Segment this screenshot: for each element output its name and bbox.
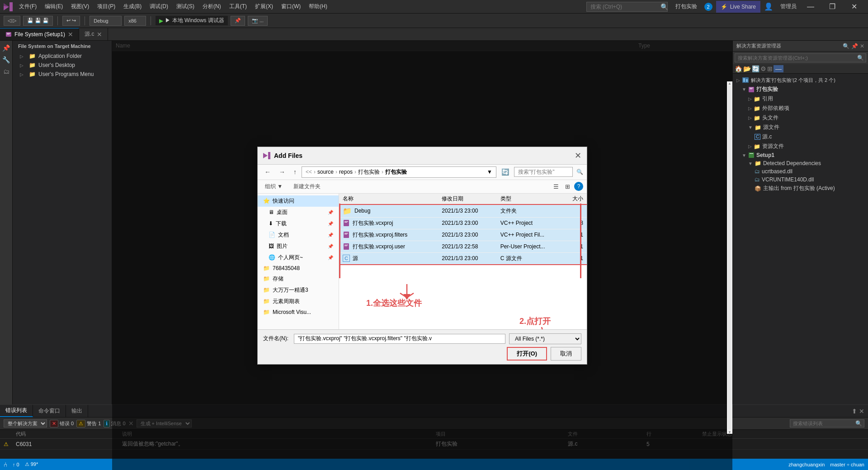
- dialog-back-button[interactable]: ←: [261, 167, 274, 177]
- dialog-close-button[interactable]: ✕: [575, 151, 581, 161]
- bottom-panel-float[interactable]: ⬆: [852, 408, 857, 415]
- tab-file-system[interactable]: File System (Setup1) ✕: [0, 28, 79, 40]
- minimize-button[interactable]: —: [800, 0, 821, 14]
- dialog-search-input[interactable]: [514, 167, 573, 177]
- sidebar-desktop[interactable]: 🖥 桌面 📌: [258, 207, 339, 218]
- vcruntime-dll[interactable]: 🗂 VCRUNTIME140D.dll: [733, 176, 868, 184]
- left-tool-2[interactable]: 🔧: [1, 54, 12, 65]
- sol-refresh-icon[interactable]: 🔄: [752, 65, 760, 72]
- menu-view[interactable]: 视图(V): [67, 2, 93, 11]
- admin-label[interactable]: 管理员: [777, 2, 800, 11]
- panel-pin-icon[interactable]: 📌: [851, 43, 858, 49]
- close-button[interactable]: ✕: [844, 0, 864, 14]
- bottom-panel-close[interactable]: ✕: [859, 408, 864, 415]
- dialog-up-button[interactable]: ↑: [290, 167, 300, 177]
- debug-config-select[interactable]: Debug Release: [90, 16, 122, 26]
- file-row-debug[interactable]: 📁 Debug 2021/1/3 23:00 文件夹: [339, 204, 587, 218]
- dialog-path-bar[interactable]: << › source › repos › 打包实验 › 打包实验 ▼: [302, 166, 496, 178]
- sidebar-periodic[interactable]: 📁 元素周期表: [258, 296, 339, 307]
- bottom-tab-output[interactable]: 输出: [66, 405, 88, 417]
- col-date[interactable]: 修改日期: [438, 194, 497, 204]
- sol-home-icon[interactable]: 🏠: [735, 65, 742, 72]
- dialog-forward-button[interactable]: →: [276, 167, 288, 177]
- col-name[interactable]: 名称: [339, 194, 438, 204]
- col-type[interactable]: 类型: [497, 194, 560, 204]
- path-part-0[interactable]: <<: [306, 169, 312, 175]
- run-debugger-button[interactable]: ▶ ▶ 本地 Windows 调试器: [156, 16, 228, 25]
- help-button[interactable]: ?: [574, 182, 583, 191]
- camera-button[interactable]: 📷 ...: [248, 16, 268, 26]
- resource-files-folder[interactable]: ▷ 📁 资源文件: [733, 142, 868, 151]
- project-setup1[interactable]: ▼ Setup1: [733, 151, 868, 159]
- path-part-3[interactable]: 打包实验: [358, 168, 380, 176]
- references-folder[interactable]: ▷ 📁 引用: [733, 94, 868, 104]
- view-list-button[interactable]: ☰: [551, 182, 561, 191]
- live-share-label[interactable]: Live Share: [730, 4, 756, 10]
- dialog-refresh-button[interactable]: 🔄: [498, 167, 512, 177]
- menu-window[interactable]: 窗口(W): [278, 2, 304, 11]
- filename-input[interactable]: [294, 334, 505, 344]
- sidebar-personal[interactable]: 🌐 个人网页~ 📌: [258, 252, 339, 263]
- solution-search-input[interactable]: [735, 54, 855, 62]
- bottom-tab-errors[interactable]: 错误列表: [0, 405, 33, 417]
- sidebar-quick-access[interactable]: ⭐ 快速访问: [258, 195, 339, 207]
- panel-close-icon[interactable]: ✕: [860, 43, 864, 49]
- file-row-vcxproj-user[interactable]: 打包实验.vcxproj.user 2021/1/3 22:58 Per-Use…: [339, 241, 587, 252]
- scrollbar-down-btn[interactable]: ▼: [727, 430, 732, 434]
- menu-build[interactable]: 生成(B): [120, 2, 145, 11]
- external-deps-folder[interactable]: ▷ 📁 外部依赖项: [733, 104, 868, 113]
- notification-badge[interactable]: 2: [704, 3, 712, 11]
- menu-tools[interactable]: 工具(T): [226, 2, 250, 11]
- project-dabao[interactable]: ▼ 打包实验: [733, 85, 868, 94]
- menu-analyze[interactable]: 分析(N): [199, 2, 225, 11]
- header-files-folder[interactable]: ▷ 📁 头文件: [733, 113, 868, 123]
- file-row-vcxproj[interactable]: 打包实验.vcxproj 2021/1/3 23:00 VC++ Project…: [339, 217, 587, 229]
- source-c-file[interactable]: C 源.c: [733, 132, 868, 142]
- sidebar-documents[interactable]: 📄 文档 📌: [258, 229, 339, 241]
- panel-search-icon[interactable]: 🔍: [843, 43, 849, 49]
- left-tool-1[interactable]: 📌: [1, 43, 12, 53]
- error-search-input[interactable]: [790, 420, 854, 427]
- sol-collapse-icon[interactable]: —: [774, 65, 783, 72]
- sidebar-downloads[interactable]: ⬇ 下载 📌: [258, 218, 339, 229]
- sidebar-folder-1[interactable]: 📁 768435048: [258, 263, 339, 273]
- path-dropdown-icon[interactable]: ▼: [487, 169, 492, 175]
- sidebar-folder-2[interactable]: 📁 大万万一精通3: [258, 285, 339, 296]
- dialog-vertical-scrollbar[interactable]: ▲ ▼: [727, 81, 732, 434]
- detected-deps-folder[interactable]: ▼ 📁 Detected Dependencies: [733, 159, 868, 167]
- file-row-source[interactable]: C 源 2021/1/3 23:00 C 源文件 1: [339, 252, 587, 265]
- sol-settings-icon[interactable]: ⚙: [760, 65, 766, 72]
- sidebar-pictures[interactable]: 🖼 图片 📌: [258, 241, 339, 252]
- col-size[interactable]: 大小: [560, 194, 587, 204]
- scrollbar-thumb[interactable]: [728, 86, 731, 429]
- restore-button[interactable]: ❐: [822, 0, 843, 14]
- path-part-2[interactable]: repos: [339, 169, 353, 175]
- menu-edit[interactable]: 编辑(E): [41, 2, 66, 11]
- bottom-tab-command[interactable]: 命令窗口: [33, 405, 66, 417]
- dialog-open-button[interactable]: 打开(O): [507, 347, 547, 361]
- menu-debug[interactable]: 调试(D): [146, 2, 172, 11]
- global-search-input[interactable]: [586, 2, 668, 12]
- path-part-1[interactable]: source: [317, 169, 334, 175]
- main-output[interactable]: 📦 主输出 from 打包实验 (Active): [733, 184, 868, 193]
- menu-extensions[interactable]: 扩展(X): [251, 2, 277, 11]
- new-folder-button[interactable]: 新建文件夹: [290, 182, 324, 191]
- sidebar-ms-visual[interactable]: 📁 Microsoft Visu...: [258, 307, 339, 317]
- menu-file[interactable]: 文件(F): [15, 2, 40, 11]
- scope-select[interactable]: 整个解决方案: [4, 419, 47, 427]
- dialog-cancel-button[interactable]: 取消: [551, 347, 581, 361]
- back-button[interactable]: ◁ ▷: [4, 16, 20, 26]
- tab-close-file-system[interactable]: ✕: [68, 31, 73, 38]
- file-tree-application-folder[interactable]: ▷ 📁 Application Folder: [13, 52, 112, 61]
- save-button[interactable]: 💾 💾 💾: [23, 16, 53, 26]
- menu-project[interactable]: 项目(P): [94, 2, 119, 11]
- tab-close-source[interactable]: ✕: [97, 31, 102, 38]
- view-grid-button[interactable]: ⊞: [563, 182, 572, 191]
- tab-source-c[interactable]: 源.c ✕: [79, 28, 108, 40]
- col-code-header[interactable]: 代码: [12, 430, 118, 439]
- menu-test[interactable]: 测试(S): [173, 2, 198, 11]
- file-tree-users-desktop[interactable]: ▷ 📁 User's Desktop: [13, 61, 112, 70]
- sol-folder-icon[interactable]: 📂: [743, 65, 751, 72]
- sidebar-storage[interactable]: 📁 存储: [258, 273, 339, 285]
- pin-button[interactable]: 📌: [231, 16, 245, 26]
